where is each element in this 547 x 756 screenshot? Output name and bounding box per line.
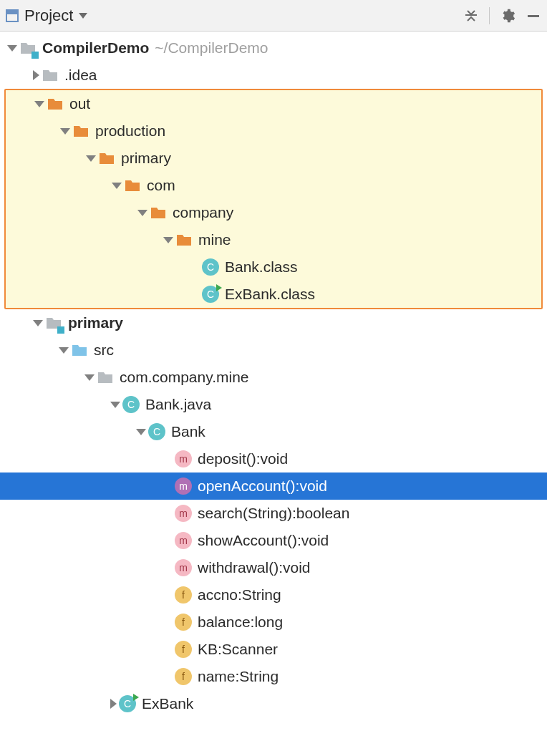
- method-label: showAccount():void: [198, 532, 329, 549]
- runnable-class-icon: C: [119, 695, 136, 712]
- folder-label: mine: [198, 231, 231, 248]
- tree-item-company[interactable]: company: [6, 199, 541, 226]
- collapse-all-icon[interactable]: [463, 8, 479, 24]
- tree-item-exbank[interactable]: C ExBank: [0, 690, 547, 717]
- class-icon: C: [202, 258, 219, 276]
- module-label: primary: [68, 314, 123, 331]
- tree-item-method-search[interactable]: m search(String):boolean: [0, 500, 547, 527]
- class-label: ExBank: [142, 695, 193, 712]
- chevron-down-icon[interactable]: [163, 237, 173, 243]
- class-icon: C: [148, 423, 165, 440]
- chevron-down-icon[interactable]: [86, 155, 96, 162]
- module-folder-icon: [45, 314, 62, 331]
- tree-item-method-showaccount[interactable]: m showAccount():void: [0, 527, 547, 554]
- project-folder-icon: [19, 39, 37, 57]
- field-label: KB:Scanner: [198, 641, 278, 658]
- chevron-down-icon[interactable]: [137, 210, 147, 216]
- folder-label: .idea: [64, 67, 97, 84]
- minimize-icon[interactable]: [526, 8, 541, 24]
- excluded-folder-icon: [98, 150, 115, 167]
- excluded-folder-icon: [47, 95, 64, 112]
- tree-item-primary-module[interactable]: primary: [0, 309, 547, 336]
- tree-item-method-openaccount[interactable]: m openAccount():void: [0, 472, 547, 500]
- folder-icon: [42, 67, 59, 84]
- svg-rect-0: [528, 15, 539, 17]
- class-label: Bank: [171, 423, 205, 440]
- tree-item-production[interactable]: production: [6, 117, 541, 145]
- folder-label: production: [95, 122, 165, 140]
- method-label: search(String):boolean: [198, 505, 349, 522]
- chevron-down-icon[interactable]: [34, 101, 44, 107]
- source-folder-icon: [71, 341, 88, 359]
- field-icon: f: [175, 641, 192, 658]
- method-icon: m: [175, 532, 192, 549]
- class-icon: C: [122, 396, 140, 413]
- excluded-folder-icon: [150, 204, 167, 221]
- chevron-down-icon[interactable]: [112, 183, 122, 189]
- tree-item-field-balance[interactable]: f balance:long: [0, 609, 547, 636]
- folder-label: com: [147, 177, 175, 194]
- chevron-down-icon[interactable]: [59, 347, 69, 354]
- file-label: Bank.class: [225, 258, 298, 276]
- folder-label: out: [69, 95, 90, 112]
- tree-item-bank-java[interactable]: C Bank.java: [0, 391, 547, 418]
- method-icon: m: [175, 450, 192, 467]
- runnable-class-icon: C: [202, 286, 219, 303]
- tree-item-field-name[interactable]: f name:String: [0, 663, 547, 690]
- view-dropdown-icon[interactable]: [79, 13, 87, 19]
- method-icon: m: [175, 505, 192, 522]
- panel-title[interactable]: Project: [24, 6, 73, 25]
- project-tree: CompilerDemo ~/CompilerDemo .idea out pr…: [0, 32, 547, 732]
- tree-item-method-deposit[interactable]: m deposit():void: [0, 445, 547, 472]
- toolbar-divider: [489, 7, 490, 24]
- tree-item-exbank-class[interactable]: C ExBank.class: [6, 281, 541, 308]
- folder-label: company: [173, 204, 233, 221]
- field-icon: f: [175, 668, 192, 685]
- field-icon: f: [175, 586, 192, 604]
- chevron-down-icon[interactable]: [60, 128, 70, 135]
- highlighted-region: out production primary com: [4, 89, 543, 309]
- tree-item-out[interactable]: out: [6, 90, 541, 117]
- field-label: accno:String: [198, 586, 281, 604]
- folder-label: primary: [121, 150, 171, 167]
- package-folder-icon: [97, 369, 114, 386]
- tree-item-bank-classdef[interactable]: C Bank: [0, 418, 547, 445]
- project-name: CompilerDemo: [42, 39, 149, 57]
- excluded-folder-icon: [175, 231, 193, 248]
- folder-label: src: [94, 341, 114, 359]
- tree-root-row[interactable]: CompilerDemo ~/CompilerDemo: [0, 34, 547, 62]
- method-label: openAccount():void: [198, 478, 327, 495]
- chevron-down-icon[interactable]: [110, 402, 120, 408]
- chevron-down-icon[interactable]: [33, 320, 43, 326]
- tree-item-bank-class[interactable]: C Bank.class: [6, 253, 541, 281]
- method-label: withdrawal():void: [198, 559, 311, 576]
- tree-item-idea[interactable]: .idea: [0, 62, 547, 89]
- tree-item-out-primary[interactable]: primary: [6, 145, 541, 172]
- chevron-right-icon[interactable]: [33, 70, 39, 80]
- field-icon: f: [175, 614, 192, 631]
- chevron-down-icon[interactable]: [84, 374, 95, 381]
- method-icon: m: [175, 478, 192, 495]
- method-icon: m: [175, 559, 192, 576]
- field-label: name:String: [198, 668, 279, 685]
- chevron-down-icon[interactable]: [7, 45, 17, 52]
- tree-item-method-withdrawal[interactable]: m withdrawal():void: [0, 554, 547, 581]
- gear-icon[interactable]: [500, 8, 515, 24]
- method-label: deposit():void: [198, 450, 288, 467]
- project-path: ~/CompilerDemo: [155, 39, 268, 57]
- field-label: balance:long: [198, 614, 283, 631]
- project-toolbar: Project: [0, 0, 547, 32]
- package-label: com.company.mine: [120, 369, 249, 386]
- panel-icon: [6, 9, 19, 22]
- excluded-folder-icon: [72, 122, 89, 140]
- tree-item-mine[interactable]: mine: [6, 226, 541, 253]
- tree-item-field-accno[interactable]: f accno:String: [0, 581, 547, 609]
- tree-item-src[interactable]: src: [0, 336, 547, 364]
- tree-item-package[interactable]: com.company.mine: [0, 364, 547, 391]
- chevron-right-icon[interactable]: [110, 699, 117, 709]
- file-label: ExBank.class: [225, 286, 315, 303]
- tree-item-com[interactable]: com: [6, 172, 541, 199]
- excluded-folder-icon: [124, 177, 141, 194]
- chevron-down-icon[interactable]: [136, 429, 146, 435]
- tree-item-field-kb[interactable]: f KB:Scanner: [0, 636, 547, 663]
